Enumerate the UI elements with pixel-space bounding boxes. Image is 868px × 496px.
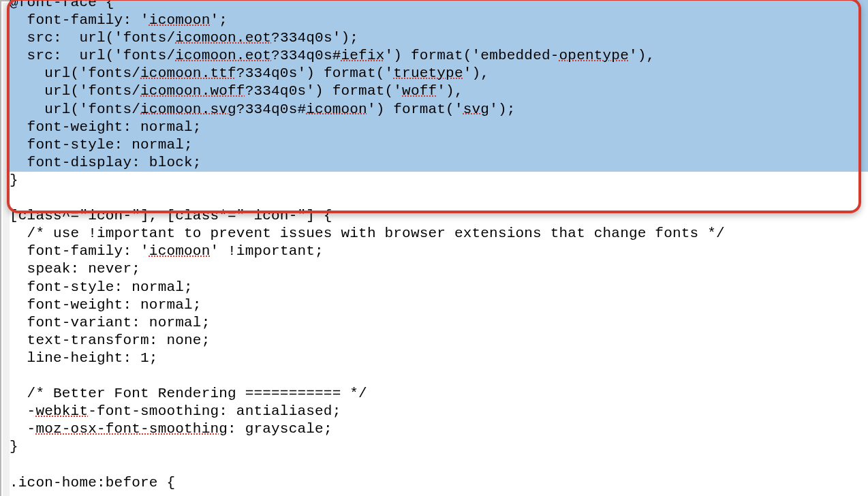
code-line: url('fonts/icomoon.ttf?334q0s') format('… [10,65,868,82]
code-line: } [10,172,868,189]
code-line: } [10,438,868,456]
blank-line [10,456,868,474]
code-line: font-display: block; [10,154,868,172]
code-line: speak: never; [10,260,868,278]
blank-line [10,189,868,207]
code-line: font-weight: normal; [10,296,868,314]
code-line: src: url('fonts/icomoon.eot?334q0s'); [10,29,868,47]
code-line: @font-face { [10,0,868,12]
code-line: text-transform: none; [10,332,868,350]
code-line: .icon-home:before { [10,474,868,492]
code-line: font-variant: normal; [10,314,868,332]
blank-line [10,367,868,385]
code-line: font-style: normal; [10,136,868,154]
code-line: font-style: normal; [10,279,868,296]
code-line: -moz-osx-font-smoothing: grayscale; [10,420,868,438]
editor-viewport: @font-face { font-family: 'icomoon'; src… [0,0,868,496]
code-line: line-height: 1; [10,350,868,367]
code-line: font-weight: normal; [10,119,868,136]
code-line: src: url('fonts/icomoon.eot?334q0s#iefix… [10,47,868,65]
code-line: /* Better Font Rendering =========== */ [10,385,868,403]
code-line: url('fonts/icomoon.woff?334q0s') format(… [10,82,868,100]
code-line: font-family: 'icomoon' !important; [10,243,868,260]
code-content[interactable]: @font-face { font-family: 'icomoon'; src… [10,0,868,492]
code-line: font-family: 'icomoon'; [10,12,868,29]
code-line: url('fonts/icomoon.svg?334q0s#icomoon') … [10,101,868,119]
code-line: [class^="icon-"], [class*=" icon-"] { [10,207,868,225]
code-line: /* use !important to prevent issues with… [10,225,868,243]
selected-block: @font-face { font-family: 'icomoon'; src… [10,0,868,172]
code-line: -webkit-font-smoothing: antialiased; [10,403,868,420]
editor-gutter [3,3,10,496]
